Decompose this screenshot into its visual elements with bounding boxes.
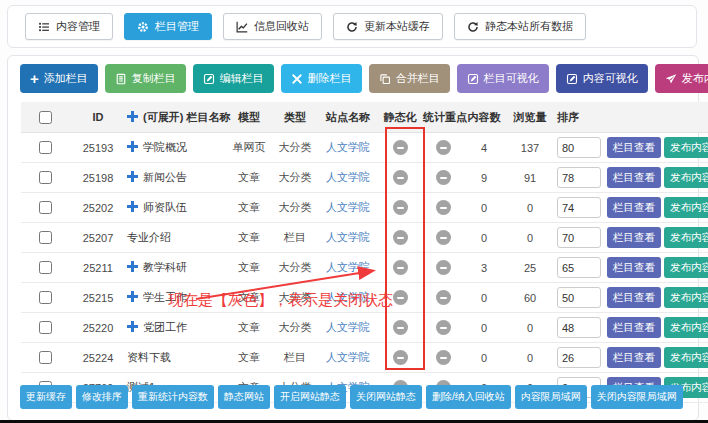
recount-content-button[interactable]: 重新统计内容数 <box>132 385 214 409</box>
row-checkbox[interactable] <box>39 291 52 304</box>
column-view-button[interactable]: 栏目查看 <box>607 167 661 188</box>
static-off-icon[interactable] <box>393 260 408 275</box>
site-link[interactable]: 人文学院 <box>326 261 370 273</box>
row-name-cell: 教学科研 <box>126 253 226 283</box>
row-checkbox[interactable] <box>39 141 52 154</box>
stat-off-icon[interactable] <box>436 230 451 245</box>
sort-input[interactable] <box>557 287 601 308</box>
site-link[interactable]: 人文学院 <box>326 171 370 183</box>
send-icon <box>665 73 677 85</box>
top-tab-info-recycle-bin[interactable]: 信息回收站 <box>223 13 322 40</box>
column-name: 党团工作 <box>143 321 187 333</box>
table-row: 25193学院概况单网页大分类人文学院4137栏目查看发布内容编辑栏目 <box>21 133 708 163</box>
stat-off-icon[interactable] <box>436 200 451 215</box>
static-off-icon[interactable] <box>393 170 408 185</box>
disable-site-static-button[interactable]: 关闭网站静态 <box>350 385 422 409</box>
row-checkbox[interactable] <box>39 261 52 274</box>
expand-plus-icon[interactable] <box>127 321 138 332</box>
modify-sort-button[interactable]: 修改排序 <box>76 385 128 409</box>
top-tab-content-management[interactable]: 内容管理 <box>25 13 113 40</box>
stat-off-icon[interactable] <box>436 260 451 275</box>
site-link[interactable]: 人文学院 <box>326 291 370 303</box>
update-cache-button[interactable]: 更新缓存 <box>20 385 72 409</box>
column-view-button[interactable]: 栏目查看 <box>607 317 661 338</box>
content-visualize-button[interactable]: 内容可视化 <box>556 64 648 93</box>
merge-column-button[interactable]: 合并栏目 <box>369 64 450 93</box>
publish-content-button[interactable]: 发布内容 <box>664 167 708 188</box>
sort-input[interactable] <box>557 317 601 338</box>
row-content-count: 0 <box>464 313 504 343</box>
disable-content-lan-limit-button[interactable]: 关闭内容限局域网 <box>591 385 683 409</box>
top-tab-column-management[interactable]: 栏目管理 <box>124 13 212 40</box>
column-view-button[interactable]: 栏目查看 <box>607 257 661 278</box>
row-checkbox[interactable] <box>39 171 52 184</box>
row-name-cell: 新闻公告 <box>126 163 226 193</box>
expand-plus-icon[interactable] <box>127 171 138 182</box>
delete-column-button[interactable]: 删除栏目 <box>281 64 362 93</box>
stat-off-icon[interactable] <box>436 350 451 365</box>
expand-plus-icon[interactable] <box>127 201 138 212</box>
static-off-icon[interactable] <box>393 290 408 305</box>
expand-plus-icon[interactable] <box>127 141 138 152</box>
enable-site-static-button[interactable]: 开启网站静态 <box>274 385 346 409</box>
select-all-checkbox[interactable] <box>39 111 52 124</box>
site-link[interactable]: 人文学院 <box>326 351 370 363</box>
site-link[interactable]: 人文学院 <box>326 141 370 153</box>
action-label: 编辑栏目 <box>220 71 264 86</box>
row-checkbox[interactable] <box>39 321 52 334</box>
delete-to-recycle-button[interactable]: 删除/纳入回收站 <box>426 385 511 409</box>
publish-content-button[interactable]: 发布内容 <box>664 287 708 308</box>
publish-content-button[interactable]: 发布内容 <box>664 227 708 248</box>
publish-content-button[interactable]: 发布内容 <box>664 347 708 368</box>
column-view-button[interactable]: 栏目查看 <box>607 197 661 218</box>
row-select-cell <box>21 223 70 253</box>
static-off-icon[interactable] <box>393 230 408 245</box>
column-view-button[interactable]: 栏目查看 <box>607 287 661 308</box>
static-off-icon[interactable] <box>393 140 408 155</box>
edit-column-button[interactable]: 编辑栏目 <box>193 64 274 93</box>
add-column-button[interactable]: +添加栏目 <box>20 64 98 93</box>
row-checkbox[interactable] <box>39 201 52 214</box>
copy-column-button[interactable]: 复制栏目 <box>105 64 186 93</box>
column-view-button[interactable]: 栏目查看 <box>607 137 661 158</box>
site-link[interactable]: 人文学院 <box>326 201 370 213</box>
footer-toolbar: 更新缓存修改排序重新统计内容数静态网站开启网站静态关闭网站静态删除/纳入回收站内… <box>20 385 683 409</box>
sort-input[interactable] <box>557 257 601 278</box>
publish-content-button[interactable]: 发布内容 <box>664 197 708 218</box>
action-label: 栏目可视化 <box>484 71 539 86</box>
publish-content-button[interactable]: 发布内容 <box>664 317 708 338</box>
sort-input[interactable] <box>557 197 601 218</box>
site-link[interactable]: 人文学院 <box>326 231 370 243</box>
publish-content-button[interactable]: 发布内容 <box>664 257 708 278</box>
table-row: 25198新闻公告文章大分类人文学院991栏目查看发布内容编辑栏目 <box>21 163 708 193</box>
sort-input[interactable] <box>557 167 601 188</box>
static-off-icon[interactable] <box>393 320 408 335</box>
publish-content-button[interactable]: 发布内容 <box>655 64 708 93</box>
stat-off-icon[interactable] <box>436 170 451 185</box>
column-name: 教学科研 <box>143 261 187 273</box>
stat-off-icon[interactable] <box>436 290 451 305</box>
content-lan-limit-button[interactable]: 内容限局域网 <box>515 385 587 409</box>
row-sort-cell <box>556 193 606 223</box>
top-tab-update-site-cache[interactable]: 更新本站缓存 <box>333 13 443 40</box>
stat-off-icon[interactable] <box>436 140 451 155</box>
stat-off-icon[interactable] <box>436 320 451 335</box>
sort-input[interactable] <box>557 227 601 248</box>
column-view-button[interactable]: 栏目查看 <box>607 347 661 368</box>
row-checkbox[interactable] <box>39 351 52 364</box>
row-checkbox[interactable] <box>39 231 52 244</box>
static-off-icon[interactable] <box>393 200 408 215</box>
static-off-icon[interactable] <box>393 350 408 365</box>
doc-icon <box>115 73 127 85</box>
column-view-button[interactable]: 栏目查看 <box>607 227 661 248</box>
x-icon <box>291 73 303 85</box>
site-link[interactable]: 人文学院 <box>326 321 370 333</box>
expand-plus-icon[interactable] <box>127 291 138 302</box>
publish-content-button[interactable]: 发布内容 <box>664 137 708 158</box>
column-visualize-button[interactable]: 栏目可视化 <box>457 64 549 93</box>
static-site-button[interactable]: 静态网站 <box>218 385 270 409</box>
sort-input[interactable] <box>557 137 601 158</box>
sort-input[interactable] <box>557 347 601 368</box>
expand-plus-icon[interactable] <box>127 261 138 272</box>
top-tab-static-all-site-data[interactable]: 静态本站所有数据 <box>454 13 586 40</box>
